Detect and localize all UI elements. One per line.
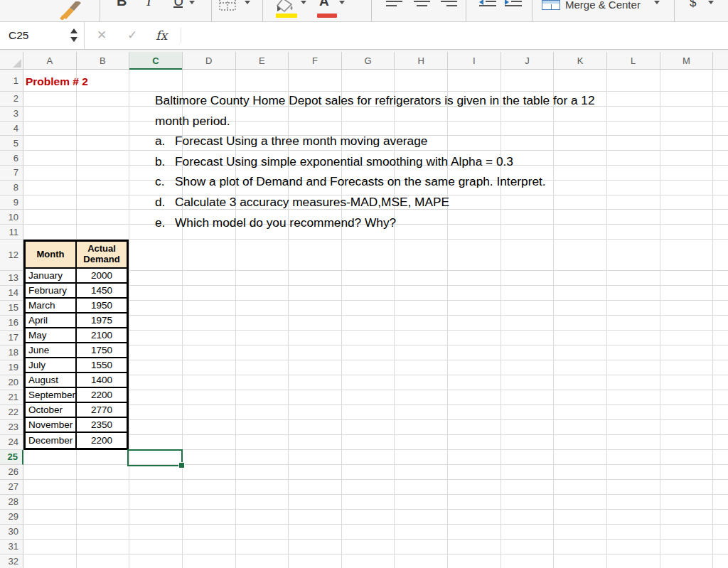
bold-button[interactable]: B [117, 0, 127, 10]
cell-K27[interactable] [554, 480, 607, 495]
cell-I28[interactable] [448, 495, 501, 510]
cell-partial-8[interactable] [713, 181, 728, 195]
cell-B10[interactable] [77, 210, 130, 225]
row-header-9[interactable]: 9 [0, 195, 23, 210]
table-cell-month[interactable]: December [26, 433, 77, 448]
cell-L12[interactable] [607, 240, 660, 271]
cell-K20[interactable] [554, 375, 607, 390]
cell-J13[interactable] [501, 271, 555, 286]
cell-D22[interactable] [183, 405, 236, 420]
cell-M19[interactable] [660, 360, 714, 375]
cell-L29[interactable] [607, 510, 660, 525]
cell-K30[interactable] [554, 525, 607, 540]
cell-E15[interactable] [236, 301, 289, 316]
cell-L6[interactable] [607, 151, 660, 166]
cell-G21[interactable] [342, 390, 395, 405]
cell-L18[interactable] [607, 345, 660, 360]
cell-H32[interactable] [395, 554, 448, 568]
cell-M10[interactable] [660, 210, 714, 225]
cell-partial-15[interactable] [713, 301, 728, 316]
cell-I15[interactable] [448, 301, 501, 316]
cell-partial-28[interactable] [713, 495, 728, 510]
cell-B8[interactable] [77, 181, 130, 195]
cell-M6[interactable] [660, 151, 714, 166]
cell-G27[interactable] [342, 480, 395, 495]
cell-partial-22[interactable] [713, 405, 728, 420]
cell-G18[interactable] [342, 345, 395, 360]
cell-D19[interactable] [183, 360, 236, 375]
table-cell-month[interactable]: June [26, 343, 77, 358]
cell-D25[interactable] [183, 450, 236, 465]
cell-H27[interactable] [395, 480, 448, 495]
table-cell-demand[interactable]: 1975 [77, 314, 127, 328]
cell-F30[interactable] [289, 525, 342, 540]
cell-L22[interactable] [607, 405, 660, 420]
cell-H15[interactable] [395, 301, 448, 316]
cell-K18[interactable] [554, 345, 607, 360]
cell-partial-12[interactable] [713, 240, 728, 271]
table-cell-month[interactable]: July [26, 358, 77, 373]
row-header-13[interactable]: 13 [0, 271, 23, 286]
cell-K28[interactable] [554, 495, 607, 510]
cell-H29[interactable] [395, 510, 448, 525]
cell-G26[interactable] [342, 465, 395, 480]
cell-I14[interactable] [448, 286, 501, 301]
cell-F28[interactable] [289, 495, 342, 510]
cell-partial-25[interactable] [713, 450, 728, 465]
name-box-spinner[interactable] [70, 22, 79, 49]
cell-H18[interactable] [395, 345, 448, 360]
cell-H25[interactable] [395, 450, 448, 465]
cell-H12[interactable] [395, 240, 448, 271]
align-center-button[interactable] [414, 0, 430, 9]
currency-dropdown-caret-icon[interactable] [708, 1, 714, 4]
cell-B4[interactable] [77, 122, 130, 136]
cell-J25[interactable] [501, 450, 555, 465]
cell-A31[interactable] [23, 540, 77, 554]
cell-C29[interactable] [129, 510, 183, 525]
row-header-26[interactable]: 26 [0, 465, 23, 480]
cell-A9[interactable] [23, 195, 77, 210]
column-header-C[interactable]: C [129, 52, 183, 69]
cell-G15[interactable] [342, 301, 395, 316]
cell-M12[interactable] [660, 240, 714, 271]
cell-partial-1[interactable] [713, 70, 728, 92]
cell-G12[interactable] [342, 240, 395, 271]
fill-color-bucket-icon[interactable] [276, 0, 296, 13]
cell-D21[interactable] [183, 390, 236, 405]
row-header-6[interactable]: 6 [0, 151, 23, 166]
cell-F24[interactable] [289, 435, 342, 450]
cell-F13[interactable] [289, 271, 342, 286]
cell-J21[interactable] [501, 390, 555, 405]
underline-button[interactable]: U [173, 0, 183, 10]
cell-partial-11[interactable] [713, 225, 728, 240]
cell-C12[interactable] [129, 240, 183, 271]
cell-E25[interactable] [236, 450, 289, 465]
cell-E19[interactable] [236, 360, 289, 375]
cell-F20[interactable] [289, 375, 342, 390]
cell-B30[interactable] [77, 525, 130, 540]
cell-D12[interactable] [183, 240, 236, 271]
cell-E26[interactable] [236, 465, 289, 480]
cell-partial-29[interactable] [713, 510, 728, 525]
row-header-21[interactable]: 21 [0, 390, 23, 405]
cell-I19[interactable] [448, 360, 501, 375]
column-header-A[interactable]: A [23, 52, 77, 69]
formula-input[interactable] [183, 22, 728, 49]
cell-E22[interactable] [236, 405, 289, 420]
column-header-G[interactable]: G [342, 52, 395, 69]
cell-M7[interactable] [660, 166, 714, 181]
cell-D1[interactable] [183, 70, 236, 92]
cell-partial-26[interactable] [713, 465, 728, 480]
cell-M27[interactable] [660, 480, 714, 495]
cell-A30[interactable] [23, 525, 77, 540]
cell-B7[interactable] [77, 166, 130, 181]
table-cell-demand[interactable]: 2200 [77, 433, 127, 448]
cell-B27[interactable] [77, 480, 130, 495]
align-left-button[interactable] [386, 0, 402, 9]
cell-M11[interactable] [660, 225, 714, 240]
cell-C15[interactable] [129, 301, 183, 316]
cell-B31[interactable] [77, 540, 130, 554]
cell-B26[interactable] [77, 465, 130, 480]
cell-E12[interactable] [236, 240, 289, 271]
cell-A2[interactable] [23, 92, 77, 107]
